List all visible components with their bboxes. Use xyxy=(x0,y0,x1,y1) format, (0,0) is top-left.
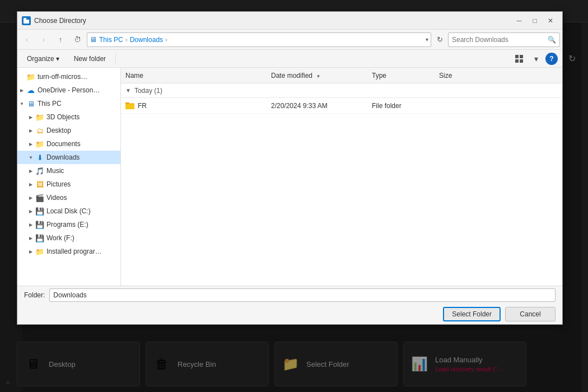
tree-item-thispc[interactable]: ▼ 🖥 This PC xyxy=(17,97,120,110)
svg-rect-0 xyxy=(24,20,29,24)
dialog-title-icon xyxy=(22,16,31,25)
tree-expand-pictures[interactable]: ▶ xyxy=(26,178,35,191)
file-date-fr: 2/20/2024 9:33 AM xyxy=(271,102,372,110)
tree-item-installed[interactable]: ▶ 📁 Installed prograr… xyxy=(17,245,120,258)
folder-bar: Folder: xyxy=(17,286,562,304)
tree-item-music[interactable]: ▶ 🎵 Music xyxy=(17,164,120,178)
tree-item-work[interactable]: ▶ 💾 Work (F:) xyxy=(17,231,120,245)
ribbon-separator xyxy=(115,53,116,64)
col-size-header[interactable]: Size xyxy=(439,72,484,80)
nav-tree: 📁 turn-off-micros… ▶ ☁ OneDrive - Person… xyxy=(17,68,121,286)
tree-label-programs: Programs (E:) xyxy=(46,221,88,228)
svg-rect-3 xyxy=(520,55,523,58)
dialog-bottom-bar: Folder: Select Folder Cancel xyxy=(17,286,562,324)
dialog-maximize-button[interactable]: □ xyxy=(528,15,542,27)
drive-c-icon: 💾 xyxy=(35,207,44,216)
drive-e-icon: 💾 xyxy=(35,220,44,229)
search-icon: 🔍 xyxy=(548,36,556,44)
file-type-fr: File folder xyxy=(372,102,439,110)
dialog-ribbon: Organize ▾ New folder ▾ ? xyxy=(17,50,562,68)
dialog-minimize-button[interactable]: ─ xyxy=(512,15,526,27)
organize-label: Organize xyxy=(27,55,54,63)
tree-expand-onedrive[interactable]: ▶ xyxy=(17,83,26,97)
tree-expand-work[interactable]: ▶ xyxy=(26,231,35,245)
nav-back-button[interactable]: ‹ xyxy=(20,32,34,47)
tree-expand-videos[interactable]: ▶ xyxy=(26,191,35,204)
nav-up-button[interactable]: ↑ xyxy=(53,32,68,47)
tree-item-localdisk[interactable]: ▶ 💾 Local Disk (C:) xyxy=(17,204,120,218)
tree-label-work: Work (F:) xyxy=(46,234,74,242)
cancel-button[interactable]: Cancel xyxy=(505,307,556,321)
tree-item-onedrive[interactable]: ▶ ☁ OneDrive - Person… xyxy=(17,83,120,97)
organize-button[interactable]: Organize ▾ xyxy=(22,52,64,66)
folder-installed-icon: 📁 xyxy=(35,247,44,256)
view-toggle-button[interactable] xyxy=(512,52,526,66)
dialog-window-controls: ─ □ ✕ xyxy=(512,15,558,27)
dialog-close-button[interactable]: ✕ xyxy=(543,15,558,27)
new-folder-label: New folder xyxy=(74,55,106,63)
dialog-toolbar: ‹ › ↑ ⏱ 🖥 This PC › Downloads › ▾ ↻ 🔍 xyxy=(17,30,562,50)
search-box[interactable]: 🔍 xyxy=(448,32,560,47)
folder-3d-icon: 📁 xyxy=(35,113,44,122)
dialog-title-text: Choose Directory xyxy=(34,17,512,25)
group-chevron-icon: ▼ xyxy=(125,87,131,94)
file-area: Name Date modified ▼ Type Size ▼ Toda xyxy=(121,68,562,286)
new-folder-button[interactable]: New folder xyxy=(69,52,111,66)
tree-label-videos: Videos xyxy=(46,194,67,202)
tree-item-documents[interactable]: ▶ 📁 Documents xyxy=(17,137,120,151)
nav-forward-button[interactable]: › xyxy=(36,32,51,47)
tree-expand-3dobjects[interactable]: ▶ xyxy=(26,110,35,124)
nav-recent-button[interactable]: ⏱ xyxy=(70,32,85,47)
col-name-header[interactable]: Name xyxy=(125,72,271,80)
tree-label-onedrive: OneDrive - Person… xyxy=(38,86,100,94)
address-dropdown-arrow[interactable]: ▾ xyxy=(426,36,428,43)
cloud-icon: ☁ xyxy=(26,86,35,95)
tree-label-documents: Documents xyxy=(46,140,81,148)
folder-documents-icon: 📁 xyxy=(35,139,44,148)
tree-label-pictures: Pictures xyxy=(46,180,71,188)
tree-expand-documents[interactable]: ▶ xyxy=(26,137,35,151)
tree-expand-music[interactable]: ▶ xyxy=(26,164,35,178)
tree-expand-desktop[interactable]: ▶ xyxy=(26,124,35,137)
search-input[interactable] xyxy=(452,36,548,44)
group-label-today: Today (1) xyxy=(134,87,162,95)
tree-item-desktop[interactable]: ▶ 🗂 Desktop xyxy=(17,124,120,137)
tree-item-turnoff[interactable]: 📁 turn-off-micros… xyxy=(17,70,120,83)
address-sep-2: › xyxy=(165,36,167,44)
address-refresh-button[interactable]: ↻ xyxy=(433,34,446,46)
folder-videos-icon: 🎬 xyxy=(35,193,44,202)
tree-label-music: Music xyxy=(46,167,64,175)
folder-downloads-icon: ⬇ xyxy=(35,153,44,162)
tree-item-videos[interactable]: ▶ 🎬 Videos xyxy=(17,191,120,204)
tree-item-pictures[interactable]: ▶ 🖼 Pictures xyxy=(17,178,120,191)
col-date-header[interactable]: Date modified ▼ xyxy=(271,72,372,80)
folder-turnoff-icon: 📁 xyxy=(26,72,35,81)
file-list: ▼ Today (1) FR 2/20/2024 9:33 AM File fo… xyxy=(121,83,562,286)
address-bar[interactable]: 🖥 This PC › Downloads › ▾ xyxy=(87,32,431,47)
address-part-thispc[interactable]: This PC xyxy=(99,36,123,44)
tree-item-programs[interactable]: ▶ 💾 Programs (E:) xyxy=(17,218,120,231)
folder-input[interactable] xyxy=(49,288,556,302)
tree-label-3dobjects: 3D Objects xyxy=(46,113,80,121)
dialog-main-area: 📁 turn-off-micros… ▶ ☁ OneDrive - Person… xyxy=(17,68,562,286)
col-type-header[interactable]: Type xyxy=(372,72,439,80)
select-folder-button[interactable]: Select Folder xyxy=(443,307,501,321)
tree-expand-installed[interactable]: ▶ xyxy=(26,245,35,258)
choose-directory-dialog: Choose Directory ─ □ ✕ ‹ › ↑ ⏱ 🖥 This PC… xyxy=(17,11,563,325)
tree-item-3dobjects[interactable]: ▶ 📁 3D Objects xyxy=(17,110,120,124)
tree-expand-thispc[interactable]: ▼ xyxy=(17,97,26,110)
address-sep-1: › xyxy=(125,36,128,44)
address-part-downloads[interactable]: Downloads xyxy=(130,36,163,44)
tree-expand-downloads[interactable]: ▼ xyxy=(26,151,35,164)
help-button[interactable]: ? xyxy=(545,53,558,65)
svg-rect-2 xyxy=(515,55,519,58)
svg-rect-1 xyxy=(24,18,26,20)
file-row-fr[interactable]: FR 2/20/2024 9:33 AM File folder xyxy=(121,98,562,114)
folder-pictures-icon: 🖼 xyxy=(35,180,44,189)
tree-expand-localdisk[interactable]: ▶ xyxy=(26,204,35,218)
tree-item-downloads[interactable]: ▼ ⬇ Downloads xyxy=(17,151,120,164)
view-arrow-button[interactable]: ▾ xyxy=(529,52,543,66)
tree-expand-programs[interactable]: ▶ xyxy=(26,218,35,231)
folder-icon-addr: 🖥 xyxy=(90,35,97,44)
group-header-today[interactable]: ▼ Today (1) xyxy=(121,83,562,98)
